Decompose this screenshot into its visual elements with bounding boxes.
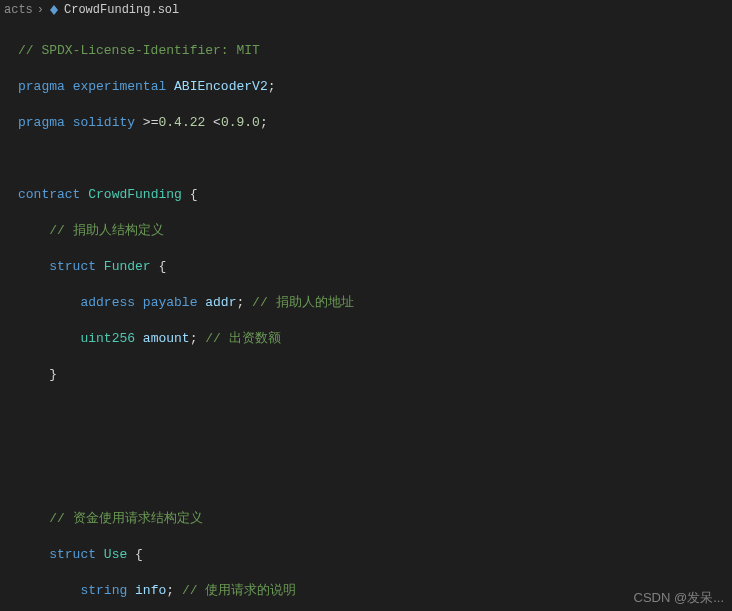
code-line: }	[18, 366, 732, 384]
code-line: pragma solidity >=0.4.22 <0.9.0;	[18, 114, 732, 132]
chevron-right-icon: ›	[37, 3, 44, 17]
code-line: address payable addr; // 捐助人的地址	[18, 294, 732, 312]
breadcrumb-file[interactable]: CrowdFunding.sol	[64, 3, 179, 17]
svg-marker-0	[50, 5, 58, 15]
code-line	[18, 402, 732, 420]
watermark: CSDN @发呆...	[634, 589, 724, 607]
breadcrumb-folder[interactable]: acts	[4, 3, 33, 17]
solidity-file-icon	[48, 4, 60, 16]
code-line: uint256 amount; // 出资数额	[18, 330, 732, 348]
code-line: struct Funder {	[18, 258, 732, 276]
breadcrumb: acts › CrowdFunding.sol	[0, 0, 732, 20]
code-line: contract CrowdFunding {	[18, 186, 732, 204]
code-line	[18, 150, 732, 168]
code-line: // 资金使用请求结构定义	[18, 510, 732, 528]
code-line: // 捐助人结构定义	[18, 222, 732, 240]
code-line: // SPDX-License-Identifier: MIT	[18, 42, 732, 60]
code-line: struct Use {	[18, 546, 732, 564]
code-line	[18, 474, 732, 492]
code-editor[interactable]: // SPDX-License-Identifier: MIT pragma e…	[0, 20, 732, 611]
code-line: string info; // 使用请求的说明	[18, 582, 732, 600]
code-line: pragma experimental ABIEncoderV2;	[18, 78, 732, 96]
code-line	[18, 438, 732, 456]
